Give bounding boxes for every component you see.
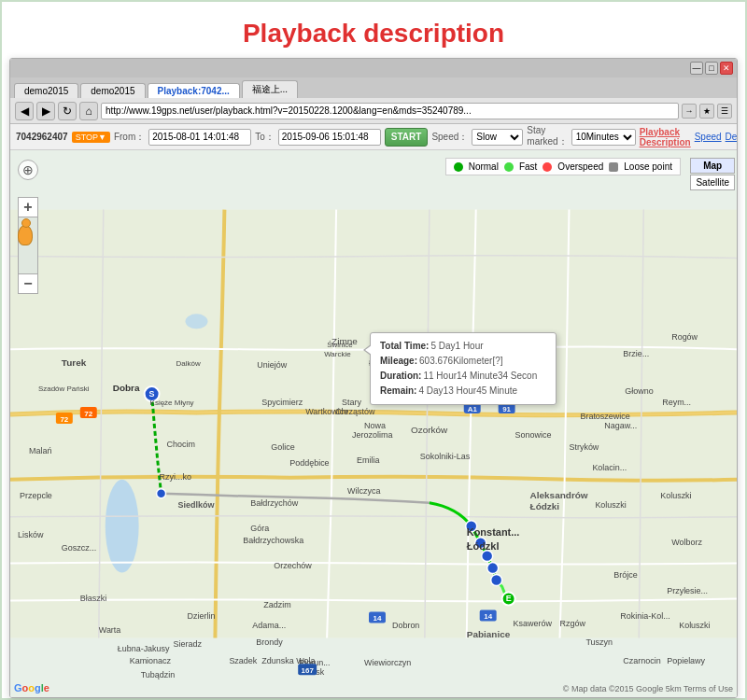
playback-desc-link[interactable]: Playback Description (640, 127, 691, 147)
settings-button[interactable]: ☰ (717, 104, 732, 119)
svg-text:Dobron: Dobron (392, 621, 419, 630)
detail-link[interactable]: Detail (726, 132, 737, 142)
refresh-button[interactable]: ↻ (58, 102, 77, 120)
mileage-key: Mileage: (380, 354, 417, 369)
svg-text:Nowa: Nowa (364, 421, 386, 430)
svg-text:Sokolniki-Las: Sokolniki-Las (420, 452, 471, 461)
svg-text:Orzechów: Orzechów (274, 561, 312, 570)
svg-text:14: 14 (484, 612, 492, 621)
svg-text:167: 167 (302, 666, 315, 675)
svg-point-2 (186, 314, 208, 329)
svg-text:Czarnocin: Czarnocin (623, 656, 660, 665)
normal-legend-label: Normal (469, 161, 499, 172)
minimize-button[interactable]: — (690, 62, 703, 75)
zoom-controls: + − (18, 197, 38, 294)
map-container[interactable]: S E A1 72 (10, 150, 737, 697)
close-button[interactable]: ✕ (720, 62, 733, 75)
from-label: From： (114, 131, 145, 144)
mileage-row: Mileage: 603.676Kilometer[?] (380, 354, 546, 369)
svg-text:Koluszki: Koluszki (679, 621, 710, 630)
svg-text:91: 91 (502, 405, 511, 413)
svg-text:Koluszki: Koluszki (660, 491, 691, 500)
total-time-key: Total Time: (380, 339, 429, 354)
home-button[interactable]: ⌂ (79, 102, 98, 120)
svg-text:Tuszyn: Tuszyn (585, 637, 613, 647)
speed-label: Speed： (431, 131, 468, 144)
browser-title-bar: — □ ✕ (10, 59, 737, 77)
svg-text:Rogów: Rogów (671, 332, 698, 342)
speed-link[interactable]: Speed (695, 132, 722, 142)
svg-text:Rzgów: Rzgów (559, 619, 585, 628)
svg-text:S: S (149, 389, 155, 399)
maximize-button[interactable]: □ (705, 62, 718, 75)
start-button[interactable]: START (385, 128, 429, 147)
svg-text:Zadzim: Zadzim (263, 600, 290, 609)
street-view-icon[interactable] (18, 225, 33, 245)
svg-text:Stryków: Stryków (569, 442, 599, 452)
to-input[interactable] (278, 129, 381, 146)
browser-tabs: demo2015 demo2015 Playback:7042... 福途上..… (10, 77, 737, 98)
svg-text:Brójce: Brójce (613, 570, 637, 580)
svg-text:Łódzki: Łódzki (530, 501, 560, 511)
svg-text:Świnice: Świnice (327, 341, 353, 349)
address-input[interactable] (101, 103, 679, 119)
svg-text:72: 72 (60, 415, 68, 424)
tab-demo2015-1[interactable]: demo2015 (14, 83, 78, 98)
svg-text:Rzyi...ko: Rzyi...ko (160, 472, 191, 482)
svg-text:Uniejów: Uniejów (257, 360, 287, 370)
tab-demo2015-2[interactable]: demo2015 (80, 83, 145, 98)
map-svg: S E A1 72 (10, 150, 737, 697)
svg-text:Koluszki: Koluszki (595, 500, 626, 510)
tab-futo[interactable]: 福途上... (242, 80, 298, 98)
zoom-out-button[interactable]: − (18, 273, 38, 294)
svg-text:Golice: Golice (271, 442, 294, 452)
zoom-in-button[interactable]: + (18, 197, 38, 217)
remain-val: 4 Day13 Hour45 Minute (418, 384, 517, 399)
stay-marked-select[interactable]: 10Minutes5Minutes30Minutes (571, 129, 636, 146)
svg-text:Nagaw...: Nagaw... (604, 421, 637, 430)
svg-text:Sonowice: Sonowice (515, 430, 552, 440)
device-status[interactable]: STOP▼ (72, 132, 110, 143)
svg-text:Sieradz: Sieradz (174, 639, 203, 649)
info-popup: Total Time: 5 Day1 Hour Mileage: 603.676… (370, 332, 557, 405)
duration-row: Duration: 11 Hour14 Minute34 Secon (380, 369, 546, 384)
svg-point-1 (106, 480, 139, 573)
map-type-satellite-button[interactable]: Satellite (690, 175, 735, 190)
svg-text:Rokinia-Kol...: Rokinia-Kol... (620, 611, 669, 621)
stay-marked-label: Stay marked： (527, 125, 567, 148)
svg-text:Siedlków: Siedlków (178, 500, 215, 510)
svg-text:Szadek: Szadek (229, 656, 257, 665)
svg-text:Księże Młyny: Księże Młyny (150, 399, 194, 407)
svg-text:Brzie...: Brzie... (623, 349, 649, 358)
pan-control[interactable]: ⊕ (18, 160, 38, 180)
svg-point-5 (157, 489, 166, 498)
svg-text:Przylesie...: Przylesie... (667, 586, 708, 595)
svg-text:Bratoszewice: Bratoszewice (580, 412, 629, 421)
svg-text:Dalków: Dalków (176, 359, 201, 368)
svg-point-8 (482, 551, 493, 562)
svg-text:Ksawerów: Ksawerów (514, 619, 553, 628)
svg-text:Reym...: Reym... (662, 398, 691, 407)
svg-text:Bałdrzychów: Bałdrzychów (250, 498, 298, 508)
svg-text:A1: A1 (468, 405, 478, 413)
svg-text:Chocim: Chocim (167, 440, 195, 449)
device-id: 7042962407 (16, 132, 68, 142)
svg-text:Warckie: Warckie (324, 350, 351, 358)
back-button[interactable]: ◀ (15, 102, 34, 120)
duration-val: 11 Hour14 Minute34 Secon (423, 369, 537, 384)
svg-text:Adama...: Adama... (252, 621, 286, 630)
svg-text:Poddębice: Poddębice (289, 458, 329, 468)
svg-text:Łódzkl: Łódzkl (467, 540, 500, 552)
map-type-buttons: Map Satellite (690, 158, 735, 190)
from-input[interactable] (148, 129, 251, 146)
svg-text:E: E (506, 595, 512, 604)
svg-point-9 (487, 563, 499, 574)
map-type-map-button[interactable]: Map (690, 158, 735, 174)
svg-text:Wilczyca: Wilczyca (347, 486, 380, 496)
search-go-button[interactable]: → (682, 104, 697, 119)
tab-playback[interactable]: Playback:7042... (148, 83, 240, 98)
svg-text:Tubądzin: Tubądzin (141, 670, 176, 679)
bookmark-button[interactable]: ★ (699, 104, 714, 119)
forward-button[interactable]: ▶ (36, 102, 55, 120)
speed-select[interactable]: SlowNormalFast (472, 129, 523, 146)
